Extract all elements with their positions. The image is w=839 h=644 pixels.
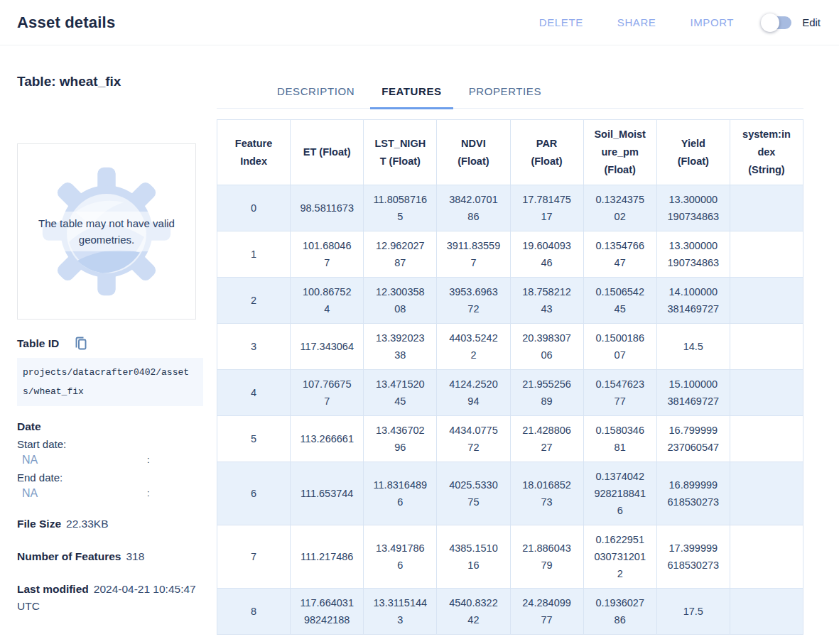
num-features-label: Number of Features — [17, 550, 121, 562]
import-button[interactable]: IMPORT — [688, 13, 735, 31]
column-header: PAR (Float) — [510, 120, 583, 185]
tab-description[interactable]: DESCRIPTION — [266, 85, 366, 109]
tab-properties[interactable]: PROPERTIES — [458, 85, 553, 109]
start-date-label: Start date: — [17, 438, 203, 450]
app-header: Asset details DELETE SHARE IMPORT Edit — [0, 0, 839, 45]
table-cell: 5 — [217, 416, 291, 462]
table-row: 4107.76675713.471520454124.25209421.9552… — [217, 370, 803, 416]
file-size-row: File Size22.33KB — [17, 515, 203, 533]
toggle-thumb — [761, 13, 779, 32]
header-actions: DELETE SHARE IMPORT Edit — [507, 13, 821, 32]
table-cell: 17.78147517 — [510, 185, 583, 231]
content: Table: wheat_fix The — [0, 45, 839, 635]
share-button[interactable]: SHARE — [616, 13, 658, 31]
table-cell: 11.83164896 — [364, 462, 437, 525]
table-cell: 3 — [217, 324, 291, 370]
end-time-separator: : — [147, 488, 150, 498]
table-cell: 0.154762377 — [583, 370, 656, 416]
table-cell: 111.217486 — [291, 525, 364, 589]
table-cell: 100.867524 — [291, 278, 364, 324]
table-cell: 6 — [217, 462, 291, 525]
table-cell — [730, 462, 803, 525]
column-header: system:index (String) — [730, 120, 803, 185]
table-cell: 4 — [217, 370, 291, 416]
table-row: 8117.6640319824218813.311514434540.83224… — [217, 589, 803, 635]
column-header: ET (Float) — [291, 120, 364, 185]
start-date-value: NA — [22, 454, 38, 466]
table-cell: 13.300000190734863 — [656, 231, 730, 278]
table-cell — [730, 589, 803, 635]
table-cell: 4025.533075 — [437, 462, 510, 525]
file-size-label: File Size — [17, 518, 61, 530]
table-cell: 111.653744 — [291, 462, 364, 525]
table-cell: 20.39830706 — [510, 324, 583, 370]
table-cell: 17.5 — [656, 589, 730, 635]
table-cell: 13.39202338 — [364, 324, 437, 370]
asset-sidebar: Table: wheat_fix The — [17, 45, 203, 635]
features-table-container: Feature IndexET (Float)LST_NIGHT (Float)… — [217, 119, 803, 635]
no-geometries-message: The table may not have valid geometries. — [18, 212, 195, 251]
table-cell: 117.343064 — [291, 324, 364, 370]
table-cell: 21.95525689 — [510, 370, 583, 416]
copy-icon — [73, 335, 88, 351]
table-row: 6111.65374411.831648964025.53307518.0168… — [217, 462, 803, 525]
table-cell: 4434.077572 — [437, 416, 510, 462]
copy-table-id-button[interactable] — [73, 335, 88, 351]
table-cell: 12.96202787 — [364, 231, 437, 278]
table-cell: 0.135476647 — [583, 231, 656, 278]
table-cell: 4124.252094 — [437, 370, 510, 416]
thumbnail-placeholder: The table may not have valid geometries. — [17, 143, 196, 320]
num-features-value: 318 — [126, 550, 144, 562]
last-modified-label: Last modified — [17, 583, 89, 595]
table-cell: 0.13740429282188416 — [583, 462, 656, 525]
table-cell: 4385.151016 — [437, 525, 510, 589]
table-cell — [730, 324, 803, 370]
table-cell: 17.399999618530273 — [656, 525, 730, 589]
page-title: Asset details — [17, 13, 115, 32]
table-cell: 4540.832242 — [437, 589, 510, 635]
table-row: 2100.86752412.300358083953.69637218.7582… — [217, 278, 803, 324]
table-cell: 15.100000381469727 — [656, 370, 730, 416]
tab-features[interactable]: FEATURES — [370, 85, 453, 109]
last-modified-row: Last modified2024-04-21 10:45:47 UTC — [17, 581, 203, 615]
table-cell: 4403.52422 — [437, 324, 510, 370]
table-cell: 18.75821243 — [510, 278, 583, 324]
table-cell: 1 — [217, 231, 291, 278]
table-cell: 2 — [217, 278, 291, 324]
date-section-label: Date — [17, 420, 203, 433]
table-cell: 7 — [217, 525, 291, 589]
start-date-field[interactable]: NA : — [17, 454, 203, 466]
table-cell: 21.88604379 — [510, 525, 583, 589]
table-cell — [730, 231, 803, 278]
table-cell: 12.30035808 — [364, 278, 437, 324]
table-cell — [730, 185, 803, 231]
table-cell — [730, 416, 803, 462]
edit-toggle-label: Edit — [802, 16, 821, 28]
end-date-field[interactable]: NA : — [17, 487, 203, 500]
table-cell: 113.266661 — [291, 416, 364, 462]
table-row: 1101.68046712.962027873911.83559719.6040… — [217, 231, 803, 278]
table-row: 5113.26666113.436702964434.07757221.4288… — [217, 416, 803, 462]
table-id-value: projects/datacrafter0402/assets/wheat_fi… — [17, 358, 203, 406]
table-cell: 101.680467 — [291, 231, 364, 278]
table-cell: 3842.070186 — [437, 185, 510, 231]
table-cell: 117.66403198242188 — [291, 589, 364, 635]
edit-toggle-group: Edit — [761, 13, 821, 32]
table-cell: 13.31151443 — [364, 589, 437, 635]
table-row: 3117.34306413.392023384403.5242220.39830… — [217, 324, 803, 370]
table-cell: 18.01685273 — [510, 462, 583, 525]
table-cell: 0.16229510307312012 — [583, 525, 656, 589]
table-title: Table: wheat_fix — [17, 74, 203, 89]
table-cell: 16.799999237060547 — [656, 416, 730, 462]
table-cell: 0.193602786 — [583, 589, 656, 635]
table-cell: 0.150018607 — [583, 324, 656, 370]
delete-button[interactable]: DELETE — [538, 13, 585, 31]
table-cell: 3911.835597 — [437, 231, 510, 278]
edit-toggle[interactable] — [761, 13, 792, 32]
table-row: 098.581167311.805871653842.07018617.7814… — [217, 185, 803, 231]
table-cell — [730, 370, 803, 416]
table-cell: 19.60409346 — [510, 231, 583, 278]
column-header: NDVI (Float) — [437, 120, 510, 185]
table-cell: 13.47152045 — [364, 370, 437, 416]
column-header: Soil_Moisture_pm (Float) — [583, 120, 656, 185]
